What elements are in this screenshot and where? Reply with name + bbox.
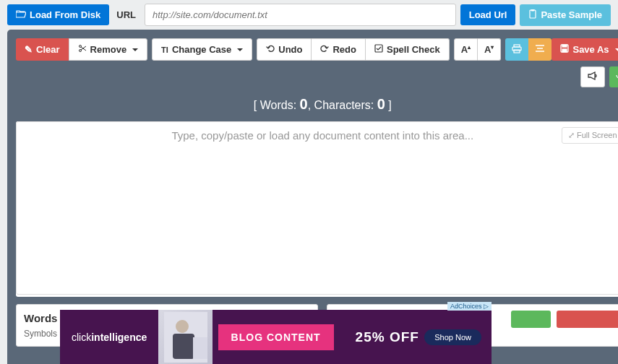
eraser-icon: ✎ <box>25 44 33 55</box>
svg-rect-4 <box>375 45 382 52</box>
load-from-disk-label: Load From Disk <box>30 9 100 20</box>
paste-sample-button[interactable]: Paste Sample <box>520 4 611 26</box>
caret-down-icon <box>615 48 618 51</box>
font-increase-icon: A▴ <box>461 44 471 55</box>
announce-button[interactable] <box>580 66 605 87</box>
ad-badge: BLOG CONTENT <box>218 324 334 350</box>
clipboard-icon <box>528 9 537 21</box>
microphone-button[interactable] <box>609 66 618 87</box>
font-decrease-button[interactable]: A▾ <box>478 38 501 61</box>
bullhorn-icon <box>588 72 598 82</box>
ad-shop-now-button[interactable]: Shop Now <box>424 329 481 345</box>
summary-line: [ Words: 0, Characters: 0 ] <box>16 96 618 113</box>
check-square-icon <box>374 44 383 55</box>
chars-label: Characters: <box>314 99 374 111</box>
change-case-label: Change Case <box>172 44 231 55</box>
svg-rect-0 <box>530 10 536 18</box>
font-increase-button[interactable]: A▴ <box>454 38 478 61</box>
undo-button[interactable]: Undo <box>257 38 312 61</box>
words-count: 0 <box>300 96 308 112</box>
svg-rect-9 <box>562 45 567 47</box>
font-decrease-icon: A▾ <box>484 44 494 55</box>
clear-button[interactable]: ✎ Clear <box>16 38 69 61</box>
undo-label: Undo <box>278 44 302 55</box>
spell-check-button[interactable]: Spell Check <box>366 38 450 61</box>
adchoices-icon: ▷ <box>484 303 489 310</box>
remove-dropdown[interactable]: Remove <box>69 38 148 61</box>
redo-icon <box>320 44 329 55</box>
chars-count: 0 <box>377 96 385 112</box>
ad-discount: 25% OFF <box>356 329 419 345</box>
red-action-button[interactable] <box>557 311 618 328</box>
folder-open-icon <box>16 9 26 20</box>
svg-rect-10 <box>562 49 567 52</box>
full-screen-label: Full Screen <box>577 131 617 139</box>
url-label: URL <box>116 9 136 20</box>
ad-banner[interactable]: AdChoices ▷ clickintelligence BLOG CONTE… <box>60 310 492 364</box>
redo-label: Redo <box>332 44 356 55</box>
clear-label: Clear <box>36 44 60 55</box>
ad-image <box>158 310 213 364</box>
ad-brand: clickintelligence <box>60 332 158 343</box>
remove-label: Remove <box>90 44 127 55</box>
print-icon <box>512 44 522 56</box>
undo-icon <box>266 44 275 55</box>
align-button[interactable] <box>528 38 552 61</box>
expand-icon: ⤢ <box>568 131 575 140</box>
align-icon <box>535 44 545 55</box>
load-url-button[interactable]: Load Url <box>460 4 516 25</box>
load-from-disk-button[interactable]: Load From Disk <box>7 4 109 25</box>
caret-down-icon <box>132 48 138 51</box>
main-textarea[interactable] <box>16 121 618 295</box>
save-as-dropdown[interactable]: Save As <box>552 38 618 61</box>
microphone-icon <box>616 71 618 83</box>
save-as-label: Save As <box>572 44 609 55</box>
save-icon <box>560 44 569 55</box>
svg-rect-1 <box>531 9 534 11</box>
full-screen-button[interactable]: ⤢ Full Screen <box>562 127 618 144</box>
print-button[interactable] <box>505 38 528 61</box>
change-case-dropdown[interactable]: TI Change Case <box>152 38 252 61</box>
green-action-button[interactable] <box>511 311 551 328</box>
caret-down-icon <box>237 48 243 51</box>
scissors-icon <box>78 44 87 55</box>
redo-button[interactable]: Redo <box>312 38 366 61</box>
words-label: Words: <box>260 99 296 111</box>
paste-sample-label: Paste Sample <box>541 9 602 20</box>
svg-rect-15 <box>193 337 207 359</box>
load-url-label: Load Url <box>469 9 507 20</box>
ad-choices-badge[interactable]: AdChoices ▷ <box>447 302 492 311</box>
text-case-icon: TI <box>161 46 168 54</box>
spell-check-label: Spell Check <box>387 44 440 55</box>
url-input[interactable] <box>145 4 456 26</box>
svg-rect-14 <box>173 334 194 359</box>
svg-point-13 <box>176 320 189 333</box>
svg-rect-7 <box>514 50 520 53</box>
